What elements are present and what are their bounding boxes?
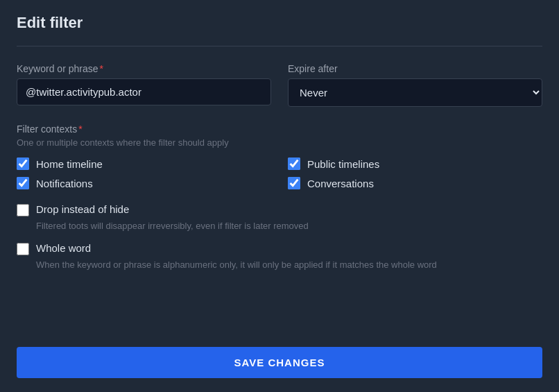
page-container: Edit filter Keyword or phrase* Expire af… (0, 0, 559, 392)
checkboxes-grid: Home timeline Public timelines Notificat… (17, 157, 542, 189)
whole-word-checkbox[interactable] (17, 243, 29, 255)
top-form-row: Keyword or phrase* Expire after Never 30… (17, 63, 542, 107)
expire-select[interactable]: Never 30 minutes 1 hour 6 hours 12 hours… (288, 78, 542, 107)
expire-group: Expire after Never 30 minutes 1 hour 6 h… (288, 63, 542, 107)
whole-word-label[interactable]: Whole word (36, 242, 91, 254)
home-timeline-label[interactable]: Home timeline (36, 158, 103, 170)
drop-option-section: Drop instead of hide Filtered toots will… (17, 203, 542, 231)
whole-word-option-section: Whole word When the keyword or phrase is… (17, 242, 542, 270)
filter-contexts-section: Filter contexts* One or multiple context… (17, 123, 542, 189)
conversations-label[interactable]: Conversations (307, 178, 374, 189)
checkbox-notifications: Notifications (17, 177, 271, 189)
checkbox-conversations: Conversations (288, 177, 542, 189)
keyword-input[interactable] (17, 78, 271, 105)
checkbox-public-timelines: Public timelines (288, 157, 542, 170)
whole-word-option-row: Whole word (17, 242, 542, 255)
keyword-group: Keyword or phrase* (17, 63, 271, 107)
keyword-label: Keyword or phrase* (17, 63, 271, 74)
section-divider (17, 46, 542, 46)
expire-label: Expire after (288, 63, 542, 74)
page-title: Edit filter (17, 14, 542, 32)
drop-option-row: Drop instead of hide (17, 203, 542, 216)
home-timeline-checkbox[interactable] (17, 157, 29, 170)
filter-contexts-description: One or multiple contexts where the filte… (17, 137, 542, 148)
whole-word-description: When the keyword or phrase is alphanumer… (36, 259, 542, 270)
checkbox-home-timeline: Home timeline (17, 157, 271, 170)
drop-instead-description: Filtered toots will disappear irreversib… (36, 221, 542, 231)
filter-contexts-title: Filter contexts* (17, 123, 542, 135)
drop-instead-checkbox[interactable] (17, 204, 29, 216)
save-changes-button[interactable]: SAVE CHANGES (17, 347, 542, 378)
notifications-checkbox[interactable] (17, 177, 29, 189)
public-timelines-checkbox[interactable] (288, 157, 300, 170)
drop-instead-label[interactable]: Drop instead of hide (36, 203, 129, 215)
conversations-checkbox[interactable] (288, 177, 300, 189)
notifications-label[interactable]: Notifications (36, 178, 93, 189)
public-timelines-label[interactable]: Public timelines (307, 158, 379, 170)
